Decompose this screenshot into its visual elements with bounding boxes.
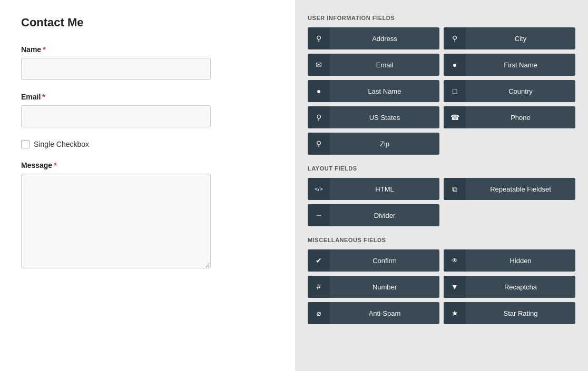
field-btn-first-name[interactable]: ● First Name [444, 54, 575, 76]
address-label: Address [330, 35, 439, 43]
message-field-group: Message* [21, 161, 274, 270]
zip-label: Zip [330, 140, 439, 148]
zip-icon: ⚲ [308, 133, 330, 155]
name-label: Name* [21, 45, 274, 54]
field-btn-html[interactable]: </> HTML [308, 178, 439, 200]
email-field-group: Email* [21, 93, 274, 127]
confirm-label: Confirm [330, 257, 439, 265]
field-btn-us-states[interactable]: ⚲ US States [308, 106, 439, 128]
name-input[interactable] [21, 58, 211, 80]
checkbox-row: Single Checkbox [21, 140, 274, 148]
page-title: Contact Me [21, 16, 274, 29]
first-name-icon: ● [444, 54, 466, 76]
repeatable-fieldset-icon: ⧉ [444, 178, 466, 200]
number-label: Number [330, 283, 439, 291]
country-icon: □ [444, 80, 466, 102]
html-label: HTML [330, 185, 439, 193]
layout-grid: </> HTML ⧉ Repeatable Fieldset → Divider [308, 178, 575, 226]
field-btn-last-name[interactable]: ● Last Name [308, 80, 439, 102]
email-icon: ✉ [308, 54, 330, 76]
us-states-label: US States [330, 114, 439, 122]
field-btn-email[interactable]: ✉ Email [308, 54, 439, 76]
recaptcha-label: Recaptcha [466, 283, 575, 291]
field-btn-address[interactable]: ⚲ Address [308, 27, 439, 49]
message-textarea[interactable] [21, 174, 211, 268]
email-input[interactable] [21, 105, 211, 127]
name-field-group: Name* [21, 45, 274, 80]
field-btn-repeatable-fieldset[interactable]: ⧉ Repeatable Fieldset [444, 178, 575, 200]
us-states-icon: ⚲ [308, 106, 330, 128]
first-name-label: First Name [466, 61, 575, 69]
confirm-icon: ✔ [308, 249, 330, 272]
field-btn-anti-spam[interactable]: ⌀ Anti-Spam [308, 302, 439, 324]
repeatable-fieldset-label: Repeatable Fieldset [466, 185, 575, 193]
field-btn-zip[interactable]: ⚲ Zip [308, 133, 439, 155]
city-label: City [466, 35, 575, 43]
field-btn-hidden[interactable]: 👁 Hidden [444, 249, 575, 272]
checkbox-label: Single Checkbox [34, 140, 89, 148]
user-info-grid: ⚲ Address ⚲ City ✉ Email ● First Name ● … [308, 27, 575, 155]
html-icon: </> [308, 178, 330, 200]
phone-label: Phone [466, 114, 575, 122]
anti-spam-icon: ⌀ [308, 302, 330, 324]
right-panel: USER INFORMATION FIELDS ⚲ Address ⚲ City… [295, 0, 588, 371]
field-btn-star-rating[interactable]: ★ Star Rating [444, 302, 575, 324]
star-rating-icon: ★ [444, 302, 466, 324]
user-info-section-title: USER INFORMATION FIELDS [308, 15, 575, 21]
divider-icon: → [308, 204, 330, 226]
address-icon: ⚲ [308, 27, 330, 49]
left-panel: Contact Me Name* Email* Single Checkbox … [0, 0, 295, 371]
field-btn-country[interactable]: □ Country [444, 80, 575, 102]
misc-section-title: MISCELLANEOUS FIELDS [308, 237, 575, 243]
city-icon: ⚲ [444, 27, 466, 49]
anti-spam-label: Anti-Spam [330, 309, 439, 317]
last-name-icon: ● [308, 80, 330, 102]
email-field-label: Email [330, 61, 439, 69]
field-btn-confirm[interactable]: ✔ Confirm [308, 249, 439, 272]
hidden-icon: 👁 [444, 249, 466, 272]
field-btn-city[interactable]: ⚲ City [444, 27, 575, 49]
star-rating-label: Star Rating [466, 309, 575, 317]
layout-section-title: LAYOUT FIELDS [308, 165, 575, 172]
misc-grid: ✔ Confirm 👁 Hidden # Number ▼ Recaptcha … [308, 249, 575, 324]
hidden-label: Hidden [466, 257, 575, 265]
field-btn-phone[interactable]: ☎ Phone [444, 106, 575, 128]
field-btn-recaptcha[interactable]: ▼ Recaptcha [444, 276, 575, 298]
last-name-label: Last Name [330, 87, 439, 95]
single-checkbox-input[interactable] [21, 140, 30, 148]
recaptcha-icon: ▼ [444, 276, 466, 298]
email-label: Email* [21, 93, 274, 101]
field-btn-number[interactable]: # Number [308, 276, 439, 298]
number-icon: # [308, 276, 330, 298]
divider-label: Divider [330, 212, 439, 219]
phone-icon: ☎ [444, 106, 466, 128]
message-label: Message* [21, 161, 274, 169]
field-btn-divider[interactable]: → Divider [308, 204, 439, 226]
country-label: Country [466, 87, 575, 95]
